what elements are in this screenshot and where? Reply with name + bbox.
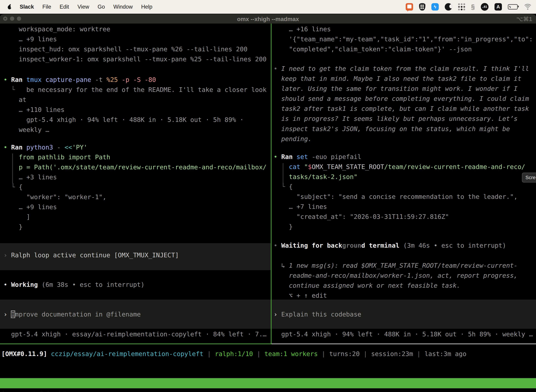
pane-border-bottom-right xyxy=(272,344,536,344)
pane-border-bottom-left xyxy=(0,344,271,344)
dots-grid-icon[interactable] xyxy=(458,3,465,10)
waiting-status-line: • Waiting for background terminal (3m 46… xyxy=(274,240,506,250)
chat-badge-icon[interactable] xyxy=(406,3,413,10)
terminal-line: "created_at": "2026-03-31T11:59:27.816Z" xyxy=(274,212,449,222)
terminal-line: … +110 lines xyxy=(4,105,65,115)
injected-prompt-banner: › Ralph loop active continue [OMX_TMUX_I… xyxy=(0,243,271,270)
window-shortcut-hint: ⌥⌘1 xyxy=(517,14,532,24)
tmux-pane-left[interactable]: workspace_mode: worktree … +9 lines insp… xyxy=(0,23,271,344)
mailbox-hint-line: ↳ 1 new msg(s): read $OMX_TEAM_STATE_ROO… xyxy=(274,261,517,271)
terminal-line: … +9 lines xyxy=(4,202,57,212)
terminal-line: at xyxy=(4,95,26,105)
injected-prompt-text: › Ralph loop active continue [OMX_TMUX_I… xyxy=(4,250,179,260)
working-status-line: • Working (6m 38s • esc to interrupt) xyxy=(4,280,144,289)
terminal-line: ] xyxy=(4,212,30,222)
wifi-icon[interactable] xyxy=(524,4,532,10)
menu-bar-left: Slack File Edit View Go Window Help xyxy=(0,4,157,10)
terminal-line: └ { xyxy=(274,182,293,191)
terminal-screen: workspace_mode: worktree … +9 lines insp… xyxy=(0,23,536,392)
terminal-line: "completed","claim_token":"claim-token"}… xyxy=(274,44,472,54)
menu-bar-status-icons: ϟ § ..61 A ϟ xyxy=(406,3,536,11)
terminal-window: omx --xhigh --madmax ⌥⌘1 workspace_mode:… xyxy=(0,14,536,392)
menu-item-view[interactable]: View xyxy=(73,4,93,10)
terminal-line: weekly … xyxy=(4,125,49,135)
window-title: omx --xhigh --madmax xyxy=(0,14,536,24)
terminal-line: └ { xyxy=(4,182,23,192)
apple-menu[interactable] xyxy=(6,4,13,10)
mailbox-hint-line: continue assigned work or next feasible … xyxy=(274,280,460,290)
thinking-line: is in progress? It seems likely but perh… xyxy=(274,114,517,124)
terminal-line-ran-python: • Ran python3 - <<'PY' xyxy=(4,142,87,152)
session-status-left: gpt-5.4 xhigh · essay/ai-reimplementatio… xyxy=(4,329,267,339)
apple-logo-icon xyxy=(7,4,12,10)
thinking-line: inspect task2's JSON, focusing on the st… xyxy=(274,124,510,134)
edit-shortcut-hint: ⌥ + ↑ edit xyxy=(274,290,327,300)
menu-item-app-name[interactable]: Slack xyxy=(15,4,38,10)
terminal-line: … +3 lines xyxy=(4,172,57,182)
prompt-input-right[interactable]: › Explain this codebase xyxy=(272,300,536,329)
prompt-input-left[interactable]: › Improve documentation in @filename xyxy=(0,300,271,329)
s-curve-icon[interactable]: § xyxy=(471,3,475,11)
screen-tooltip: Scre xyxy=(522,173,536,182)
terminal-line: … +9 lines xyxy=(4,34,57,44)
menu-item-go[interactable]: Go xyxy=(93,4,109,10)
terminal-line: tasks/task-2.json" xyxy=(274,172,358,182)
terminal-line-ran-set: • Ran set -euo pipefail xyxy=(274,152,361,162)
timer-61-icon[interactable]: ..61 xyxy=(481,3,488,11)
tmux-pane-right[interactable]: … +16 lines '{"team_name":"my-team","tas… xyxy=(272,23,536,344)
terminal-line: inspect_worker-1: omx sparkshell --tmux-… xyxy=(4,54,267,64)
terminal-line: "worker": "worker-1", xyxy=(4,192,106,202)
terminal-line: … +16 lines xyxy=(274,24,331,34)
terminal-line: inspect_hud: omx sparkshell --tmux-pane … xyxy=(4,44,247,54)
thinking-line: task2 after task1 is complete, but can I… xyxy=(274,104,529,114)
terminal-line: … +7 lines xyxy=(274,202,327,212)
terminal-line: '{"team_name":"my-team","task_id":"1","f… xyxy=(274,34,533,44)
thinking-line: • I need to get the claim token from the… xyxy=(274,64,529,74)
terminal-line: "subject": "send a concise recommendatio… xyxy=(274,191,517,202)
terminal-line: p = Path('.omx/state/team/review-current… xyxy=(4,162,267,172)
macos-desktop: { "menu_bar": { "app_name": "Slack", "me… xyxy=(0,0,536,392)
window-title-bar[interactable]: omx --xhigh --madmax ⌥⌘1 xyxy=(0,14,536,24)
menu-item-window[interactable]: Window xyxy=(109,4,137,10)
terminal-line: from pathlib import Path xyxy=(4,152,110,162)
terminal-line: gpt-5.4 xhigh · 94% left · 488K in · 5.1… xyxy=(4,115,244,125)
mailbox-hint-line: readme-and-reco/mailbox/worker-1.json, a… xyxy=(274,271,517,280)
prompt-input-left-text[interactable]: › Improve documentation in @filename xyxy=(4,309,141,319)
terminal-line-ran-tmux: • Ran tmux capture-pane -t %25 -p -S -80 xyxy=(4,75,156,85)
menu-item-file[interactable]: File xyxy=(38,4,55,10)
terminal-line: } xyxy=(274,222,293,232)
thinking-line: keep that in mind. Maybe I also need the… xyxy=(274,74,522,84)
terminal-line: } xyxy=(4,222,23,232)
terminal-line: workspace_mode: worktree xyxy=(4,24,110,34)
thinking-line: pending. xyxy=(274,134,312,144)
messenger-icon[interactable]: ϟ xyxy=(431,3,439,10)
terminal-line: └ be necessary for the end of the README… xyxy=(4,85,267,95)
thinking-line: later. Using the same for transition mig… xyxy=(274,84,517,93)
session-status-right: gpt-5.4 xhigh · 94% left · 488K in · 5.1… xyxy=(274,329,533,339)
tmux-session-name[interactable]: [omx-cczip0:bash* xyxy=(1,388,66,392)
contrast-circle-icon[interactable] xyxy=(445,3,452,10)
thinking-line: should send a message before completing … xyxy=(274,93,529,104)
prompt-input-right-text[interactable]: › Explain this codebase xyxy=(274,309,361,319)
menu-item-help[interactable]: Help xyxy=(137,4,157,10)
macos-menu-bar: Slack File Edit View Go Window Help ϟ § … xyxy=(0,0,536,14)
menu-item-edit[interactable]: Edit xyxy=(55,4,73,10)
input-source-icon[interactable]: A xyxy=(494,3,502,10)
terminal-line: cat "$OMX_TEAM_STATE_ROOT/team/review-cu… xyxy=(274,162,525,172)
omx-status-bar: [OMX#0.11.9] cczip/essay/ai-reimplementa… xyxy=(1,349,466,359)
tmux-status-bar: [omx-cczip0:bash* "MacBook-Pro-44.local"… xyxy=(0,378,536,388)
battery-icon[interactable]: ϟ xyxy=(508,4,518,9)
shield-icon[interactable] xyxy=(419,3,425,10)
